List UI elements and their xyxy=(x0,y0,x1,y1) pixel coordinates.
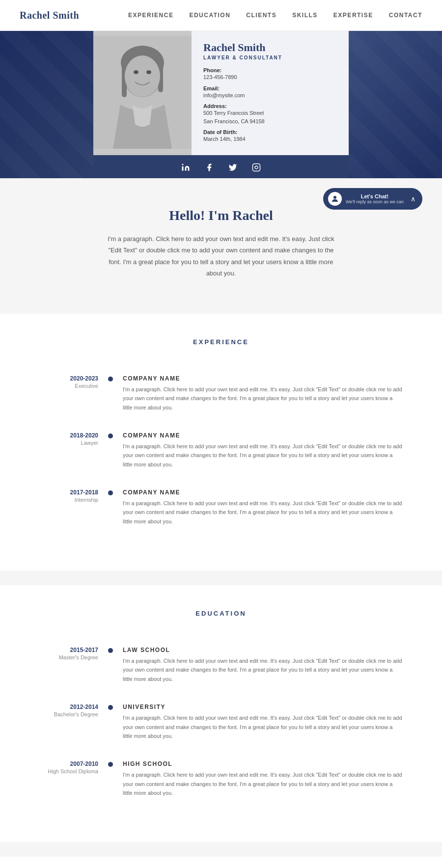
hero-section: Rachel Smith LAWYER & CONSULTANT Phone: … xyxy=(0,31,442,178)
navbar: Rachel Smith EXPERIENCE EDUCATION CLIENT… xyxy=(0,0,442,31)
svg-point-9 xyxy=(182,163,184,165)
timeline-role: Internship xyxy=(39,497,98,503)
timeline-role: Executive xyxy=(39,383,98,389)
timeline-dot xyxy=(108,705,113,710)
nav-clients[interactable]: CLIENTS xyxy=(246,12,276,19)
timeline-years: 2015-2017 xyxy=(39,647,98,653)
intro-text: I'm a paragraph. Click here to add your … xyxy=(103,233,339,279)
timeline-content: COMPANY NAME I'm a paragraph. Click here… xyxy=(123,375,403,412)
address-label: Address: xyxy=(203,103,337,109)
phone-value: 123-456-7890 xyxy=(203,73,337,81)
timeline-item: 2020-2023 Executive COMPANY NAME I'm a p… xyxy=(39,375,403,412)
svg-point-6 xyxy=(134,70,138,74)
timeline-dot xyxy=(108,490,113,495)
nav-experience[interactable]: EXPERIENCE xyxy=(128,12,173,19)
timeline-company: COMPANY NAME xyxy=(123,375,403,382)
svg-point-5 xyxy=(125,55,160,97)
timeline-company: COMPANY NAME xyxy=(123,432,403,439)
chat-avatar xyxy=(328,192,342,206)
nav-links: EXPERIENCE EDUCATION CLIENTS SKILLS EXPE… xyxy=(128,12,422,19)
timeline-content: HIGH SCHOOL I'm a paragraph. Click here … xyxy=(123,760,403,798)
hero-photo xyxy=(93,31,192,155)
timeline-left: 2020-2023 Executive xyxy=(39,375,108,389)
timeline-years: 2017-2018 xyxy=(39,489,98,496)
social-bar xyxy=(93,155,349,178)
timeline-company: HIGH SCHOOL xyxy=(123,760,403,767)
timeline-item: 2015-2017 Master's Degree LAW SCHOOL I'm… xyxy=(39,647,403,684)
facebook-icon[interactable] xyxy=(203,162,215,173)
hero-info: Rachel Smith LAWYER & CONSULTANT Phone: … xyxy=(192,31,349,155)
dob-label: Date of Birth: xyxy=(203,129,337,135)
timeline-item: 2007-2010 High School Diploma HIGH SCHOO… xyxy=(39,760,403,798)
timeline-left: 2017-2018 Internship xyxy=(39,489,108,503)
address-line1: 500 Terry Francois Street xyxy=(203,109,337,117)
timeline-desc: I'm a paragraph. Click here to add your … xyxy=(123,656,403,684)
chat-text: Let's Chat! We'll reply as soon as we ca… xyxy=(346,193,404,204)
nav-contact[interactable]: CONTACT xyxy=(389,12,422,19)
timeline-item: 2012-2014 Bachelor's Degree UNIVERSITY I… xyxy=(39,704,403,741)
timeline-content: LAW SCHOOL I'm a paragraph. Click here t… xyxy=(123,647,403,684)
svg-rect-10 xyxy=(253,163,260,171)
intro-section: Let's Chat! We'll reply as soon as we ca… xyxy=(0,178,442,299)
address-line2: San Francisco, CA 94158 xyxy=(203,117,337,126)
education-title: EDUCATION xyxy=(39,610,403,617)
timeline-desc: I'm a paragraph. Click here to add your … xyxy=(123,713,403,741)
nav-education[interactable]: EDUCATION xyxy=(189,12,230,19)
timeline-years: 2012-2014 xyxy=(39,704,98,710)
chat-widget[interactable]: Let's Chat! We'll reply as soon as we ca… xyxy=(323,188,422,210)
timeline-item: 2018-2020 Lawyer COMPANY NAME I'm a para… xyxy=(39,432,403,469)
svg-rect-8 xyxy=(182,166,184,171)
timeline-dot xyxy=(108,434,113,438)
education-section: EDUCATION 2015-2017 Master's Degree LAW … xyxy=(0,585,442,842)
timeline-desc: I'm a paragraph. Click here to add your … xyxy=(123,499,403,526)
education-list: 2015-2017 Master's Degree LAW SCHOOL I'm… xyxy=(39,647,403,798)
intro-heading: Hello! I'm Rachel xyxy=(20,208,422,223)
timeline-content: UNIVERSITY I'm a paragraph. Click here t… xyxy=(123,704,403,741)
timeline-desc: I'm a paragraph. Click here to add your … xyxy=(123,770,403,798)
timeline-company: UNIVERSITY xyxy=(123,704,403,710)
instagram-icon[interactable] xyxy=(250,162,262,173)
nav-expertise[interactable]: EXPERTISE xyxy=(333,12,373,19)
svg-point-12 xyxy=(333,196,336,199)
timeline-content: COMPANY NAME I'm a paragraph. Click here… xyxy=(123,489,403,526)
timeline-role: Master's Degree xyxy=(39,654,98,660)
timeline-years: 2020-2023 xyxy=(39,375,98,382)
timeline-role: High School Diploma xyxy=(39,768,98,774)
timeline-desc: I'm a paragraph. Click here to add your … xyxy=(123,442,403,469)
timeline-left: 2015-2017 Master's Degree xyxy=(39,647,108,660)
clients-section: CLIENTS talo SOLIDSTYLE xyxy=(0,857,442,868)
experience-title: EXPERIENCE xyxy=(39,338,403,346)
hero-name: Rachel Smith xyxy=(203,41,337,54)
timeline-company: COMPANY NAME xyxy=(123,489,403,496)
timeline-left: 2007-2010 High School Diploma xyxy=(39,760,108,774)
timeline-dot xyxy=(108,648,113,653)
svg-point-7 xyxy=(146,70,151,74)
timeline-role: Bachelor's Degree xyxy=(39,711,98,717)
linkedin-icon[interactable] xyxy=(180,162,192,173)
hero-title: LAWYER & CONSULTANT xyxy=(203,55,337,60)
timeline-years: 2007-2010 xyxy=(39,760,98,767)
email-label: Email: xyxy=(203,85,337,91)
timeline-company: LAW SCHOOL xyxy=(123,647,403,653)
phone-label: Phone: xyxy=(203,67,337,73)
nav-logo: Rachel Smith xyxy=(20,10,79,21)
timeline-left: 2012-2014 Bachelor's Degree xyxy=(39,704,108,717)
timeline-desc: I'm a paragraph. Click here to add your … xyxy=(123,385,403,412)
timeline-years: 2018-2020 xyxy=(39,432,98,439)
timeline-content: COMPANY NAME I'm a paragraph. Click here… xyxy=(123,432,403,469)
timeline-item: 2017-2018 Internship COMPANY NAME I'm a … xyxy=(39,489,403,526)
experience-list: 2020-2023 Executive COMPANY NAME I'm a p… xyxy=(39,375,403,526)
timeline-role: Lawyer xyxy=(39,440,98,446)
dob-value: March 14th, 1984 xyxy=(203,135,337,143)
timeline-dot xyxy=(108,377,113,381)
timeline-left: 2018-2020 Lawyer xyxy=(39,432,108,446)
timeline-dot xyxy=(108,762,113,767)
chat-close-icon[interactable]: ∧ xyxy=(411,195,415,203)
email-value: info@mysite.com xyxy=(203,91,337,100)
nav-skills[interactable]: SKILLS xyxy=(292,12,318,19)
twitter-icon[interactable] xyxy=(227,162,239,173)
hero-card: Rachel Smith LAWYER & CONSULTANT Phone: … xyxy=(93,31,349,155)
experience-section: EXPERIENCE 2020-2023 Executive COMPANY N… xyxy=(0,314,442,570)
